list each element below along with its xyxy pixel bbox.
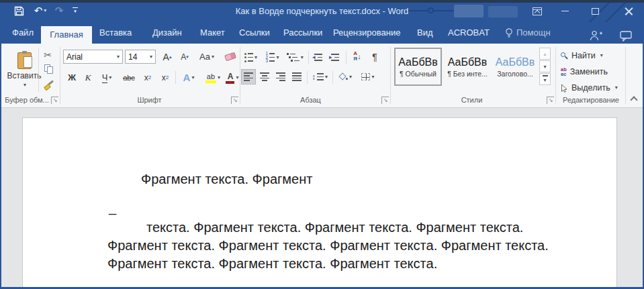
numbering-icon: 1 2 3: [265, 52, 275, 62]
borders-button[interactable]: ▾: [358, 69, 378, 84]
bullets-button[interactable]: ▾: [242, 50, 260, 65]
decrease-indent-button[interactable]: ◂: [311, 50, 326, 65]
tab-review[interactable]: Рецензирование: [333, 22, 400, 44]
numbering-button[interactable]: 1 2 3 ▾: [263, 50, 281, 65]
clipboard-dialog-launcher[interactable]: ↘: [51, 97, 58, 104]
styles-scroll-down-button[interactable]: ▾: [539, 60, 551, 72]
chevron-down-icon: ▾: [191, 75, 194, 80]
styles-more-button[interactable]: ▾: [539, 73, 551, 85]
tab-file[interactable]: Файл: [12, 22, 34, 44]
align-left-button[interactable]: [241, 69, 256, 84]
tab-home[interactable]: Главная: [41, 26, 92, 44]
window-border: [0, 0, 644, 3]
tab-insert[interactable]: Вставка: [99, 22, 132, 44]
multilevel-list-icon: [287, 53, 300, 62]
font-size-combo[interactable]: 14 ▾: [125, 50, 156, 64]
minimize-button[interactable]: [555, 0, 574, 22]
borders-icon: [361, 73, 370, 80]
font-color-button[interactable]: А ▾: [226, 70, 239, 85]
change-case-button[interactable]: Аа▾: [196, 49, 218, 64]
editing-group-label: Редактирование: [557, 96, 625, 104]
document-page[interactable]: Фрагмент текста. Фрагмент _ текста. Фраг…: [22, 117, 617, 289]
subscript-button[interactable]: x2: [140, 70, 156, 85]
paste-button[interactable]: Вставить ▾: [11, 46, 38, 93]
styles-dialog-launcher[interactable]: ↘: [547, 97, 554, 104]
shrink-font-button[interactable]: А▾: [177, 49, 193, 64]
down-caret-icon: ▾: [186, 54, 189, 60]
share-button[interactable]: [590, 27, 603, 40]
format-painter-button[interactable]: [42, 77, 56, 93]
chevron-down-icon: ▾: [301, 55, 304, 60]
style-card-no-spacing[interactable]: АаБбВв ¶ Без инте...: [444, 48, 491, 86]
save-button[interactable]: [12, 4, 26, 17]
collapse-ribbon-button[interactable]: [628, 95, 640, 105]
cut-button[interactable]: ✂: [40, 47, 55, 62]
underline-button[interactable]: Ч ▾: [97, 70, 117, 85]
tab-layout[interactable]: Макет: [200, 22, 225, 44]
shading-button[interactable]: ▾: [335, 69, 355, 84]
chevron-up-icon: [630, 96, 637, 103]
chevron-down-icon: ▾: [109, 75, 111, 80]
justify-button[interactable]: [289, 69, 304, 84]
ribbon-display-options-button[interactable]: [528, 0, 547, 22]
line-spacing-button[interactable]: ↕ ▾: [310, 69, 330, 84]
redo-button[interactable]: ↷: [52, 4, 66, 17]
font-group-label: Шрифт: [107, 96, 191, 104]
chevron-down-icon: ▾: [44, 8, 46, 13]
styles-scroll-up-button[interactable]: ▴: [539, 48, 551, 60]
maximize-button[interactable]: [586, 0, 604, 22]
close-icon: [624, 6, 634, 16]
styles-group-label: Стили: [433, 96, 510, 104]
comments-button[interactable]: [620, 28, 633, 39]
undo-button[interactable]: ↶ ▾: [31, 4, 50, 17]
align-center-button[interactable]: [257, 69, 272, 84]
document-line: Фрагмент текста. Фрагмент: [141, 172, 312, 186]
up-caret-icon: ▴: [543, 51, 546, 57]
grow-font-button[interactable]: А▴: [159, 49, 175, 64]
italic-button[interactable]: К: [81, 70, 95, 85]
word-window: ↶ ▾ ↷ ▾ Как в Ворде подчеркнуть текст.do…: [0, 0, 644, 289]
arrow-down-icon: ↓: [357, 52, 361, 60]
paste-icon: [17, 52, 32, 69]
chevron-down-icon: ▾: [236, 75, 238, 80]
tab-help[interactable]: Помощн: [505, 22, 551, 44]
style-card-heading1[interactable]: АаБбВв Заголово...: [492, 48, 538, 86]
find-button[interactable]: Найти ▾: [561, 49, 603, 62]
pilcrow-icon: ¶: [372, 52, 377, 62]
tab-design[interactable]: Дизайн: [152, 22, 182, 44]
customize-qat-button[interactable]: ▾: [70, 4, 81, 17]
close-button[interactable]: [618, 0, 639, 22]
redo-icon: ↷: [55, 5, 64, 17]
sort-button[interactable]: А Я ↓: [349, 48, 366, 64]
superscript-button[interactable]: x2: [157, 70, 173, 85]
clear-formatting-button[interactable]: [222, 49, 239, 64]
strikethrough-button[interactable]: abc: [120, 70, 138, 85]
increase-indent-button[interactable]: ▸: [328, 50, 342, 65]
paragraph-dialog-launcher[interactable]: ↘: [381, 97, 389, 104]
replace-button[interactable]: ab ac Заменить: [561, 65, 608, 78]
mini-separator: [308, 51, 309, 64]
tab-acrobat[interactable]: ACROBAT: [448, 22, 490, 44]
show-formatting-marks-button[interactable]: ¶: [369, 49, 381, 64]
chevron-down-icon: ▾: [615, 85, 618, 91]
mini-separator: [307, 71, 308, 84]
ribbon: Вставить ▾ ✂ Буфер обм... ↘ Arial ▾ 14 ▾…: [0, 44, 644, 108]
tab-references[interactable]: Ссылки: [239, 22, 270, 44]
chevron-down-icon: ▾: [371, 74, 374, 80]
copy-button[interactable]: [42, 62, 56, 77]
font-dialog-launcher[interactable]: ↘: [231, 97, 238, 104]
highlight-button[interactable]: ab ▾: [201, 70, 224, 85]
text-effects-button[interactable]: А ▾: [178, 70, 199, 85]
style-card-normal[interactable]: АаБбВв ¶ Обычный: [394, 48, 442, 86]
tab-view[interactable]: Вид: [417, 22, 433, 44]
chevron-down-icon: ▾: [276, 55, 279, 60]
bold-button[interactable]: Ж: [64, 70, 79, 85]
paint-bucket-icon: [338, 72, 348, 81]
chevron-down-icon: ▾: [212, 54, 214, 60]
align-right-button[interactable]: [273, 69, 288, 84]
select-button[interactable]: Выделить ▾: [561, 81, 618, 95]
tab-mailings[interactable]: Рассылки: [283, 22, 322, 44]
mini-separator: [175, 71, 176, 84]
font-name-combo[interactable]: Arial ▾: [63, 50, 123, 64]
multilevel-list-button[interactable]: ▾: [285, 50, 306, 65]
